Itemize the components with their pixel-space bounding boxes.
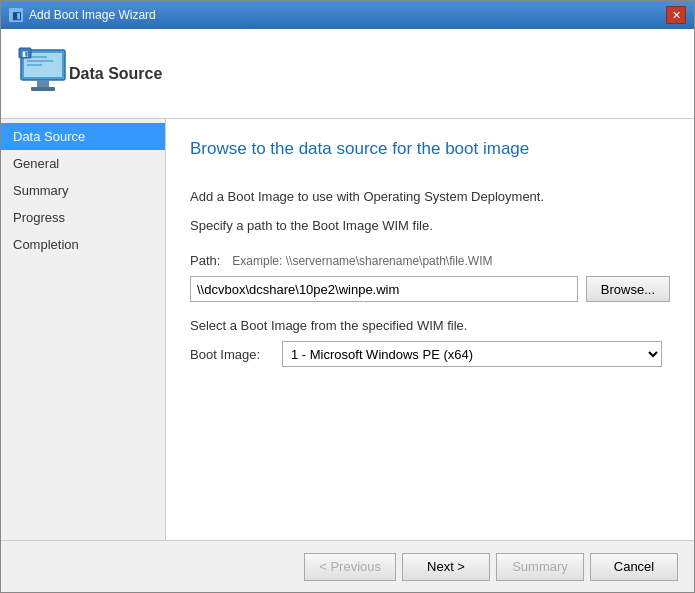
window-title: Add Boot Image Wizard <box>29 8 156 22</box>
instruction-2: Specify a path to the Boot Image WIM fil… <box>190 218 670 233</box>
sidebar-item-general[interactable]: General <box>1 150 165 177</box>
close-button[interactable]: ✕ <box>666 6 686 24</box>
summary-button[interactable]: Summary <box>496 553 584 581</box>
wizard-window: ◧ Add Boot Image Wizard ✕ ◧ <box>0 0 695 593</box>
svg-rect-2 <box>37 80 49 87</box>
select-boot-label: Select a Boot Image from the specified W… <box>190 318 670 333</box>
path-section: Path: Example: \\servername\sharename\pa… <box>190 253 670 367</box>
content-title: Browse to the data source for the boot i… <box>190 139 670 167</box>
title-bar-left: ◧ Add Boot Image Wizard <box>9 8 156 22</box>
path-input-row: Browse... <box>190 276 670 302</box>
sidebar: Data Source General Summary Progress Com… <box>1 119 166 540</box>
browse-button[interactable]: Browse... <box>586 276 670 302</box>
header-icon: ◧ <box>17 46 69 101</box>
app-icon: ◧ <box>9 8 23 22</box>
boot-image-select[interactable]: 1 - Microsoft Windows PE (x64) <box>282 341 662 367</box>
boot-image-label: Boot Image: <box>190 347 270 362</box>
cancel-button[interactable]: Cancel <box>590 553 678 581</box>
svg-rect-5 <box>27 60 53 62</box>
sidebar-item-summary[interactable]: Summary <box>1 177 165 204</box>
svg-rect-6 <box>27 64 42 66</box>
svg-rect-3 <box>31 87 55 91</box>
footer: < Previous Next > Summary Cancel <box>1 540 694 592</box>
sidebar-item-datasource[interactable]: Data Source <box>1 123 165 150</box>
title-bar: ◧ Add Boot Image Wizard ✕ <box>1 1 694 29</box>
content-area: Browse to the data source for the boot i… <box>166 119 694 540</box>
instruction-1: Add a Boot Image to use with Operating S… <box>190 189 670 204</box>
path-input[interactable] <box>190 276 578 302</box>
main-area: Data Source General Summary Progress Com… <box>1 119 694 540</box>
svg-text:◧: ◧ <box>22 50 29 57</box>
path-example: Example: \\servername\sharename\path\fil… <box>232 254 492 268</box>
sidebar-item-completion[interactable]: Completion <box>1 231 165 258</box>
header-title: Data Source <box>69 65 162 83</box>
path-label-row: Path: Example: \\servername\sharename\pa… <box>190 253 670 268</box>
previous-button[interactable]: < Previous <box>304 553 396 581</box>
path-label: Path: <box>190 253 220 268</box>
next-button[interactable]: Next > <box>402 553 490 581</box>
header-section: ◧ Data Source <box>1 29 694 119</box>
boot-image-row: Boot Image: 1 - Microsoft Windows PE (x6… <box>190 341 670 367</box>
sidebar-item-progress[interactable]: Progress <box>1 204 165 231</box>
